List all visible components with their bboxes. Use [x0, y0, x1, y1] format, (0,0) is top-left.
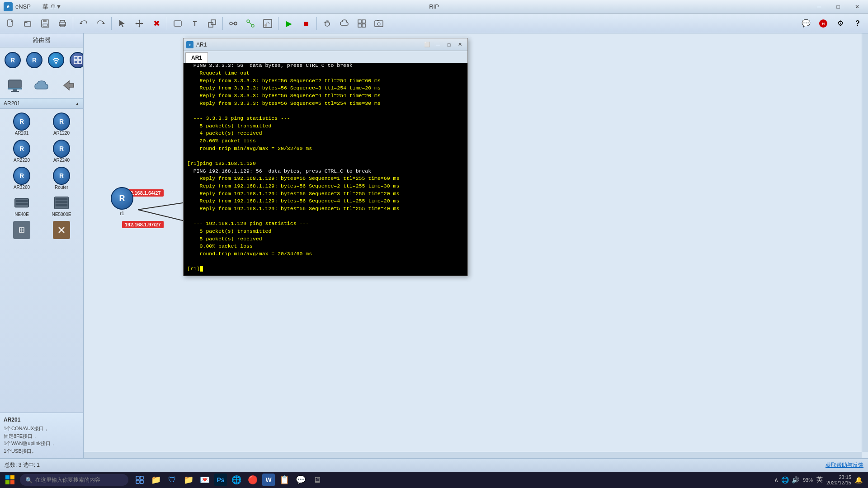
interface-button[interactable] — [170, 15, 186, 32]
terminal-maximize-button[interactable]: ⬜ — [422, 41, 432, 49]
huawei-button[interactable]: H — [816, 16, 831, 31]
save-button[interactable] — [37, 15, 53, 32]
chat-button[interactable]: 💬 — [798, 16, 814, 31]
minimize-button[interactable]: ─ — [810, 1, 828, 12]
print-button[interactable] — [54, 15, 71, 32]
svg-rect-62 — [136, 480, 139, 483]
sidebar-info-title: AR201 — [4, 417, 80, 423]
delete-button[interactable]: ✖ — [148, 15, 165, 32]
taskbar-wechat[interactable]: 💬 — [294, 473, 307, 487]
select-button[interactable] — [114, 15, 130, 32]
sidebar-item-ar201[interactable]: R AR201 — [3, 112, 41, 137]
canvas-area[interactable]: 192.168.1.64/27 192.168.1.97/27 R r1 e A… — [84, 33, 868, 458]
svg-rect-49 — [56, 204, 68, 206]
menu-label[interactable]: 菜 单▼ — [42, 3, 61, 11]
topology-image-button[interactable] — [259, 15, 276, 32]
grid-icon — [69, 52, 84, 69]
taskbar-onenote[interactable]: 📋 — [278, 473, 291, 487]
start-button[interactable] — [2, 473, 18, 487]
sidebar-item-extra1[interactable] — [3, 220, 41, 240]
sidebar-item-ar2240[interactable]: R AR2240 — [42, 139, 80, 164]
sidebar-item-router[interactable]: R Router — [42, 166, 80, 191]
autoconnect-button[interactable] — [225, 15, 241, 32]
sidebar-item-extra2[interactable] — [42, 220, 80, 240]
sidebar-scroll[interactable]: AR201 ▲ R AR201 R AR1220 — [0, 98, 83, 413]
help-link[interactable]: 获取帮助与反馈 — [826, 461, 863, 469]
new-button[interactable] — [3, 15, 19, 32]
router2-icon: R — [26, 52, 43, 69]
taskbar-mail[interactable]: 💌 — [198, 473, 212, 487]
help-button[interactable]: ? — [850, 16, 865, 31]
taskbar-folder2[interactable]: 📁 — [182, 473, 195, 487]
canvas-hscroll[interactable] — [84, 452, 862, 458]
terminal-title-icon: e — [186, 41, 193, 48]
sidebar-info: AR201 1个CON/AUX接口，固定8FE接口，1个WAN侧uplink接口… — [0, 413, 83, 458]
canvas-device-r1[interactable]: R r1 — [111, 187, 133, 216]
terminal-tab-ar1[interactable]: AR1 — [185, 52, 208, 63]
svg-text:e: e — [189, 43, 191, 47]
terminal-restore-button[interactable]: □ — [444, 41, 454, 49]
taskbar-photoshop[interactable]: Ps — [214, 474, 227, 486]
svg-rect-25 — [362, 20, 365, 23]
group-button[interactable] — [204, 15, 220, 32]
taskbar-file-explorer[interactable]: 📁 — [149, 473, 163, 487]
text-button[interactable]: T — [187, 15, 203, 32]
svg-marker-12 — [142, 23, 143, 24]
taskbar-ie[interactable]: 🌐 — [230, 473, 243, 487]
terminal-minimize-button[interactable]: ─ — [433, 41, 443, 49]
pan-button[interactable] — [131, 15, 147, 32]
open-button[interactable] — [20, 15, 36, 32]
taskbar-security[interactable]: 🛡 — [165, 473, 179, 487]
taskbar-word[interactable]: W — [262, 474, 275, 486]
title-bar-controls: ─ □ ✕ — [810, 1, 868, 12]
sidebar-item-ar2220[interactable]: R AR2220 — [3, 139, 41, 164]
view-button[interactable] — [354, 15, 370, 32]
sidebar-item-pc[interactable] — [3, 75, 28, 95]
redo-button[interactable] — [93, 15, 109, 32]
toolbar-sep-3 — [167, 17, 167, 30]
sidebar-scroll-up[interactable]: ▲ — [75, 101, 80, 106]
arrow-icon — [60, 77, 77, 94]
sidebar-item-ne5000e[interactable]: NE5000E — [42, 193, 80, 218]
svg-rect-47 — [56, 198, 68, 201]
terminal-close-button[interactable]: ✕ — [455, 41, 465, 49]
volume-icon[interactable]: 🔊 — [792, 476, 799, 483]
play-button[interactable]: ▶ — [281, 15, 297, 32]
taskbar-search-box[interactable]: 🔍 在这里输入你要搜索的内容 — [20, 474, 128, 486]
sidebar-item-router2[interactable]: R — [24, 50, 44, 70]
screenshot-button[interactable] — [371, 15, 387, 32]
svg-rect-58 — [5, 480, 9, 484]
sidebar-item-ar1220[interactable]: R AR1220 — [42, 112, 80, 137]
svg-rect-38 — [9, 80, 21, 88]
terminal-body[interactable]: [r1] [r1]ping 3.3.3.3 PING 3.3.3.3: 56 d… — [184, 63, 467, 276]
canvas-vscroll[interactable] — [862, 33, 868, 452]
lang-icon[interactable]: 英 — [816, 476, 823, 484]
svg-rect-36 — [74, 61, 77, 64]
connect-button[interactable] — [242, 15, 259, 32]
sidebar-item-router1[interactable]: R — [3, 50, 23, 70]
svg-rect-27 — [362, 24, 365, 27]
restore-button[interactable]: □ — [829, 1, 847, 12]
sidebar-item-cloud[interactable] — [29, 75, 54, 95]
taskbar-task-view[interactable] — [133, 473, 146, 487]
taskbar-netease[interactable]: 🔴 — [246, 473, 259, 487]
toolbar-sep-1 — [73, 17, 73, 30]
sidebar-item-grid[interactable] — [68, 50, 84, 70]
sidebar-item-arrow[interactable] — [56, 75, 80, 95]
terminal-window[interactable]: e AR1 ⬜ ─ □ ✕ AR1 [r1] [r1]ping 3.3.3.3 … — [183, 38, 468, 276]
network-icon[interactable]: 🌐 — [781, 476, 789, 483]
capture-button[interactable] — [319, 15, 335, 32]
notification-icon[interactable]: 🔔 — [855, 476, 863, 483]
taskbar-up-arrow[interactable]: ∧ — [774, 476, 778, 483]
settings-button[interactable]: ⚙ — [833, 16, 848, 31]
sidebar-item-ar3260[interactable]: R AR3260 — [3, 166, 41, 191]
stop-button[interactable]: ⏹ — [298, 15, 314, 32]
cloud-button[interactable] — [336, 15, 353, 32]
close-button[interactable]: ✕ — [848, 1, 866, 12]
undo-button[interactable] — [75, 15, 92, 32]
taskbar-vnc[interactable]: 🖥 — [310, 473, 324, 487]
title-bar-left: e eNSP 菜 单▼ — [0, 2, 61, 11]
sidebar-item-ne40e[interactable]: NE40E — [3, 193, 41, 218]
sidebar-item-wireless[interactable] — [46, 50, 66, 70]
svg-point-33 — [55, 62, 57, 64]
